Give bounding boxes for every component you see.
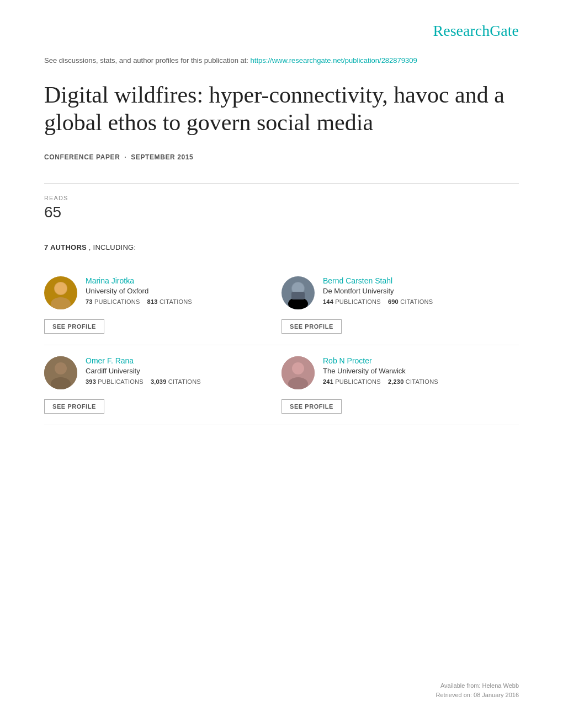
intro-text: See discussions, stats, and author profi… — [44, 56, 519, 65]
authors-count: 7 AUTHORS — [44, 243, 87, 251]
author-cites-3: 2,230 — [388, 378, 404, 385]
author-cites-0: 813 — [147, 298, 158, 305]
author-pubs-3: 241 — [323, 378, 333, 385]
author-cites-1: 690 — [388, 298, 399, 305]
author-pubs-2: 393 — [86, 378, 96, 385]
footer: Available from: Helena Webb Retrieved on… — [436, 681, 519, 700]
author-stats-2: 393 PUBLICATIONS 3,039 CITATIONS — [86, 378, 282, 385]
footer-retrieved: Retrieved on: 08 January 2016 — [436, 690, 519, 700]
authors-grid: Marina Jirotka University of Oxford 73 P… — [44, 265, 519, 425]
author-institution-1: De Montfort University — [323, 287, 519, 295]
svg-point-1 — [51, 297, 71, 309]
author-stats-3: 241 PUBLICATIONS 2,230 CITATIONS — [323, 378, 519, 385]
researchgate-logo: ResearchGate — [433, 22, 519, 40]
svg-rect-6 — [291, 292, 305, 299]
paper-type: CONFERENCE PAPER — [44, 153, 120, 161]
see-profile-button-3[interactable]: SEE PROFILE — [282, 399, 342, 414]
author-stats-1: 144 PUBLICATIONS 690 CITATIONS — [323, 298, 519, 305]
author-name-1[interactable]: Bernd Carsten Stahl — [323, 276, 519, 285]
author-cites-label-0: CITATIONS — [160, 298, 192, 305]
author-pubs-label-2: PUBLICATIONS — [98, 378, 144, 385]
authors-subheading: , INCLUDING: — [89, 243, 136, 251]
avatar-2 — [44, 356, 77, 389]
author-name-2[interactable]: Omer F. Rana — [86, 356, 282, 365]
header: ResearchGate — [44, 22, 519, 40]
author-cites-label-2: CITATIONS — [168, 378, 201, 385]
author-card-3: Rob N Procter The University of Warwick … — [282, 345, 519, 425]
author-cites-label-1: CITATIONS — [400, 298, 433, 305]
footer-available: Available from: Helena Webb — [436, 681, 519, 691]
author-stats-0: 73 PUBLICATIONS 813 CITATIONS — [86, 298, 282, 305]
author-card-1: Bernd Carsten Stahl De Montfort Universi… — [282, 265, 519, 345]
author-cites-2: 3,039 — [151, 378, 167, 385]
section-divider — [44, 183, 519, 184]
author-top-2: Omer F. Rana Cardiff University 393 PUBL… — [44, 356, 282, 389]
author-name-0[interactable]: Marina Jirotka — [86, 276, 282, 285]
author-info-2: Omer F. Rana Cardiff University 393 PUBL… — [86, 356, 282, 385]
paper-title: Digital wildfires: hyper-connectivity, h… — [44, 81, 519, 137]
see-profile-button-0[interactable]: SEE PROFILE — [44, 319, 104, 334]
author-institution-3: The University of Warwick — [323, 367, 519, 375]
reads-label: READS — [44, 195, 519, 201]
svg-point-8 — [55, 362, 67, 374]
author-top-1: Bernd Carsten Stahl De Montfort Universi… — [282, 276, 519, 309]
author-pubs-label-1: PUBLICATIONS — [335, 298, 381, 305]
author-institution-2: Cardiff University — [86, 367, 282, 375]
author-pubs-0: 73 — [86, 298, 93, 305]
avatar-3 — [282, 356, 315, 389]
reads-section: READS 65 — [44, 195, 519, 221]
author-pubs-label-3: PUBLICATIONS — [335, 378, 381, 385]
author-institution-0: University of Oxford — [86, 287, 282, 295]
author-card-0: Marina Jirotka University of Oxford 73 P… — [44, 265, 282, 345]
author-info-3: Rob N Procter The University of Warwick … — [323, 356, 519, 385]
author-info-0: Marina Jirotka University of Oxford 73 P… — [86, 276, 282, 305]
see-profile-button-2[interactable]: SEE PROFILE — [44, 399, 104, 414]
avatar-1 — [282, 276, 315, 309]
paper-meta: CONFERENCE PAPER · SEPTEMBER 2015 — [44, 153, 519, 161]
svg-point-2 — [55, 282, 67, 295]
author-top-0: Marina Jirotka University of Oxford 73 P… — [44, 276, 282, 309]
author-name-3[interactable]: Rob N Procter — [323, 356, 519, 365]
authors-heading: 7 AUTHORS , INCLUDING: — [44, 243, 519, 251]
paper-date: SEPTEMBER 2015 — [131, 153, 193, 161]
reads-count: 65 — [44, 204, 519, 221]
svg-point-11 — [292, 362, 304, 374]
author-info-1: Bernd Carsten Stahl De Montfort Universi… — [323, 276, 519, 305]
see-profile-button-1[interactable]: SEE PROFILE — [282, 319, 342, 334]
meta-dot: · — [124, 153, 126, 161]
author-cites-label-3: CITATIONS — [406, 378, 438, 385]
publication-url[interactable]: https://www.researchgate.net/publication… — [251, 56, 417, 65]
author-top-3: Rob N Procter The University of Warwick … — [282, 356, 519, 389]
avatar-0 — [44, 276, 77, 309]
author-card-2: Omer F. Rana Cardiff University 393 PUBL… — [44, 345, 282, 425]
author-pubs-1: 144 — [323, 298, 333, 305]
author-pubs-label-0: PUBLICATIONS — [94, 298, 140, 305]
